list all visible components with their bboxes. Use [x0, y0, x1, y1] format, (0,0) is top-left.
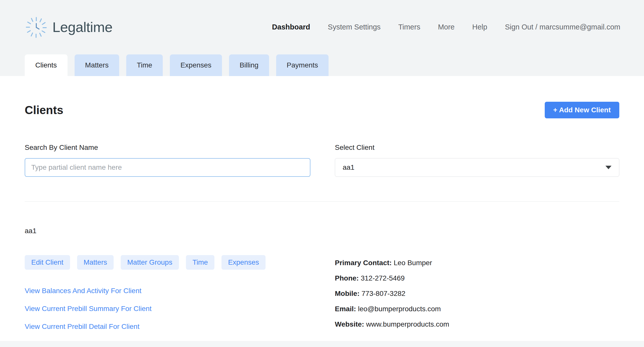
select-client-label: Select Client — [335, 144, 619, 152]
tab-clients[interactable]: Clients — [25, 54, 68, 76]
section-tabs: Clients Matters Time Expenses Billing Pa… — [25, 54, 329, 76]
view-prebill-detail-link[interactable]: View Current Prebill Detail For Client — [25, 318, 310, 335]
brand-name: Legaltime — [52, 19, 112, 35]
edit-client-button[interactable]: Edit Client — [25, 255, 70, 270]
bottom-section-edge — [0, 341, 644, 347]
client-expenses-button[interactable]: Expenses — [221, 255, 266, 270]
nav-timers[interactable]: Timers — [398, 23, 421, 31]
page-title: Clients — [25, 103, 63, 117]
tab-payments[interactable]: Payments — [276, 54, 329, 76]
email-line: Email: leo@bumperproducts.com — [335, 301, 619, 317]
nav-dashboard[interactable]: Dashboard — [272, 23, 310, 31]
tab-matters[interactable]: Matters — [75, 54, 119, 76]
phone-line: Phone: 312-272-5469 — [335, 270, 619, 286]
nav-system-settings[interactable]: System Settings — [328, 23, 381, 31]
nav-more[interactable]: More — [438, 23, 455, 31]
tab-expenses[interactable]: Expenses — [170, 54, 222, 76]
add-new-client-button[interactable]: + Add New Client — [545, 102, 619, 118]
brand-logo[interactable]: Legaltime — [25, 16, 112, 39]
mobile-line: Mobile: 773-807-3282 — [335, 286, 619, 301]
select-client-value: aa1 — [343, 163, 355, 171]
section-divider — [25, 201, 619, 202]
nav-help[interactable]: Help — [472, 23, 487, 31]
website-line: Website: www.bumperproducts.com — [335, 317, 619, 332]
view-balances-link[interactable]: View Balances And Activity For Client — [25, 282, 310, 300]
nav-sign-out[interactable]: Sign Out / marcsumme@gmail.com — [505, 23, 620, 31]
client-matter-groups-button[interactable]: Matter Groups — [121, 255, 179, 270]
chevron-down-icon — [605, 166, 611, 169]
app-header: Legaltime Dashboard System Settings Time… — [0, 0, 644, 76]
search-label: Search By Client Name — [25, 144, 310, 152]
view-prebill-summary-link[interactable]: View Current Prebill Summary For Client — [25, 300, 310, 318]
client-search-input[interactable] — [25, 158, 310, 177]
select-client-dropdown[interactable]: aa1 — [335, 158, 619, 177]
client-name: aa1 — [25, 227, 619, 235]
client-time-button[interactable]: Time — [186, 255, 214, 270]
client-matters-button[interactable]: Matters — [77, 255, 114, 270]
client-contact-info: Primary Contact: Leo Bumper Phone: 312-2… — [335, 255, 619, 335]
tab-time[interactable]: Time — [126, 54, 163, 76]
sunburst-clock-icon — [25, 16, 48, 39]
main-content: Clients + Add New Client Search By Clien… — [0, 102, 644, 335]
tab-billing[interactable]: Billing — [229, 54, 269, 76]
client-links: View Balances And Activity For Client Vi… — [25, 282, 310, 335]
primary-contact-line: Primary Contact: Leo Bumper — [335, 255, 619, 270]
client-action-buttons: Edit Client Matters Matter Groups Time E… — [25, 255, 310, 270]
top-nav: Dashboard System Settings Timers More He… — [272, 23, 620, 31]
